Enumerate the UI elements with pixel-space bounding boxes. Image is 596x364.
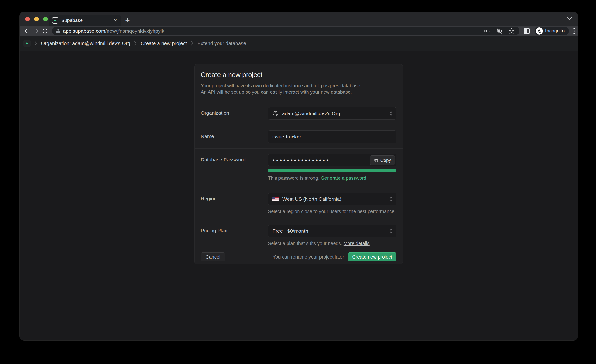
select-caret-icon xyxy=(389,228,393,234)
close-window-button[interactable] xyxy=(25,17,30,22)
window-controls xyxy=(25,17,48,22)
card-header: Create a new project Your project will h… xyxy=(194,64,403,102)
more-details-link[interactable]: More details xyxy=(343,241,370,246)
lock-icon xyxy=(56,28,60,34)
chevron-right-icon xyxy=(34,41,37,46)
create-new-project-button[interactable]: Create new project xyxy=(348,253,396,261)
tab-strip: Supabase × + xyxy=(20,12,578,25)
page-title: Create a new project xyxy=(201,71,396,79)
tab-title: Supabase xyxy=(61,18,113,23)
url-host: app.supabase.com xyxy=(63,28,105,34)
copy-label: Copy xyxy=(380,158,391,163)
copy-icon xyxy=(374,158,378,163)
back-button[interactable] xyxy=(23,27,31,35)
project-name-input[interactable] xyxy=(268,130,396,143)
password-row: Database Password ●●●●●●●●●●●●●●●● Copy xyxy=(194,148,403,187)
browser-tab-supabase[interactable]: Supabase × xyxy=(49,15,121,25)
password-field[interactable]: ●●●●●●●●●●●●●●●● Copy xyxy=(268,154,396,166)
pricing-select[interactable]: Free - $0/month xyxy=(268,224,396,237)
password-help: This password is strong. Generate a pass… xyxy=(268,175,396,181)
incognito-label: Incognito xyxy=(545,28,565,34)
pricing-value: Free - $0/month xyxy=(273,228,308,234)
supabase-favicon-icon xyxy=(52,17,58,24)
organization-value: adam@windmill.dev's Org xyxy=(282,111,340,116)
copy-password-button[interactable]: Copy xyxy=(370,156,395,165)
breadcrumb: Organization: adam@windmill.dev's Org Cr… xyxy=(20,36,578,51)
reload-button[interactable] xyxy=(41,27,49,35)
description-line-2: An API will be set up so you can easily … xyxy=(201,89,396,95)
breadcrumb-item-extend-database: Extend your database xyxy=(197,41,246,46)
create-project-card: Create a new project Your project will h… xyxy=(194,64,403,264)
tab-close-icon[interactable]: × xyxy=(113,17,118,23)
browser-window: Supabase × + xyxy=(20,12,578,340)
supabase-logo[interactable] xyxy=(23,40,30,47)
side-panel-icon[interactable] xyxy=(523,28,530,34)
region-value: West US (North California) xyxy=(282,196,341,202)
bolt-icon xyxy=(25,41,29,45)
tab-search-chevron-icon[interactable] xyxy=(567,17,572,20)
incognito-badge[interactable]: Incognito xyxy=(535,27,569,35)
page-content: Create a new project Your project will h… xyxy=(20,51,578,340)
region-label: Region xyxy=(201,193,268,214)
password-strength-text: This password is strong. xyxy=(268,175,320,181)
url-path: /new/jfnsmqoynldvxjyhpylk xyxy=(105,28,164,34)
password-masked-value: ●●●●●●●●●●●●●●●● xyxy=(273,158,330,162)
name-row: Name xyxy=(194,125,403,148)
select-caret-icon xyxy=(389,196,393,202)
region-row: Region xyxy=(194,187,403,220)
region-help: Select a region close to your users for … xyxy=(268,209,396,214)
chevron-right-icon xyxy=(191,41,194,46)
maximize-window-button[interactable] xyxy=(43,17,48,22)
cancel-button[interactable]: Cancel xyxy=(201,253,225,261)
organization-row: Organization adam@windmill.dev's Org xyxy=(194,102,403,125)
name-label: Name xyxy=(201,130,268,143)
select-caret-icon xyxy=(389,111,393,116)
card-footer: Cancel You can rename your project later… xyxy=(194,250,403,264)
generate-password-link[interactable]: Generate a password xyxy=(321,175,366,181)
chevron-right-icon xyxy=(134,41,137,46)
minimize-window-button[interactable] xyxy=(34,17,39,22)
card-description: Your project will have its own dedicated… xyxy=(201,82,396,95)
description-line-1: Your project will have its own dedicated… xyxy=(201,82,396,89)
pricing-help: Select a plan that suits your needs. Mor… xyxy=(268,241,396,246)
bolt-icon xyxy=(53,19,57,22)
breadcrumb-item-organization[interactable]: Organization: adam@windmill.dev's Org xyxy=(41,41,130,46)
eye-off-icon[interactable] xyxy=(496,28,503,34)
region-select[interactable]: West US (North California) xyxy=(268,193,396,205)
password-label: Database Password xyxy=(201,154,268,181)
toolbar-right-cluster: Incognito xyxy=(523,27,575,35)
address-bar[interactable]: app.supabase.com/new/jfnsmqoynldvxjyhpyl… xyxy=(52,27,520,35)
organization-label: Organization xyxy=(201,107,268,120)
password-key-icon[interactable] xyxy=(484,28,490,34)
password-strength-bar xyxy=(268,169,396,172)
breadcrumb-item-create-project[interactable]: Create a new project xyxy=(141,41,187,46)
pricing-help-text: Select a plan that suits your needs. xyxy=(268,241,342,246)
forward-button[interactable] xyxy=(32,27,40,35)
address-bar-icons xyxy=(484,28,515,34)
us-flag-icon xyxy=(273,197,279,201)
browser-menu-icon[interactable] xyxy=(573,27,575,35)
rename-note: You can rename your project later xyxy=(273,254,344,260)
incognito-spy-icon xyxy=(536,27,543,35)
bookmark-star-icon[interactable] xyxy=(508,28,515,34)
users-icon xyxy=(273,110,279,117)
browser-toolbar: app.supabase.com/new/jfnsmqoynldvxjyhpyl… xyxy=(20,25,578,36)
pricing-row: Pricing Plan Free - $0/month Select a pl… xyxy=(194,220,403,250)
pricing-label: Pricing Plan xyxy=(201,224,268,246)
new-tab-button[interactable]: + xyxy=(125,15,130,25)
organization-select[interactable]: adam@windmill.dev's Org xyxy=(268,107,396,120)
